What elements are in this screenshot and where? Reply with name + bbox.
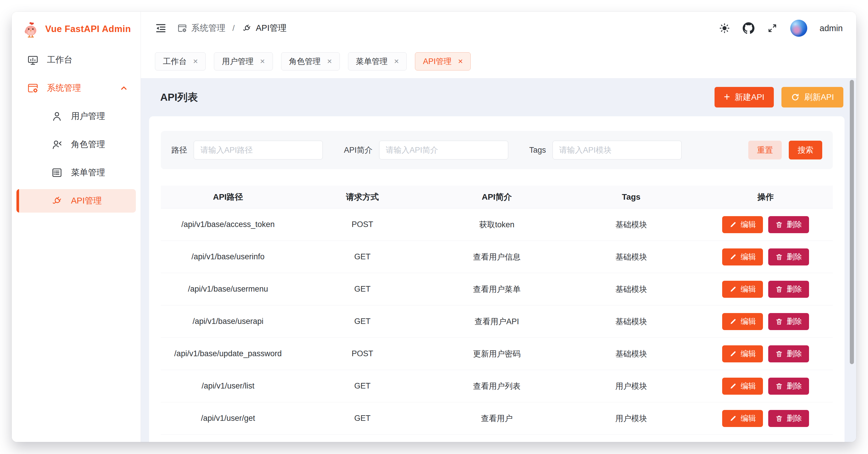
path-input[interactable] xyxy=(194,141,323,160)
close-icon[interactable]: × xyxy=(458,57,463,65)
sidebar-item-workbench[interactable]: 工作台 xyxy=(17,48,136,72)
sidebar-item-system[interactable]: 系统管理 xyxy=(17,76,136,100)
page-tab[interactable]: 菜单管理 × xyxy=(348,52,407,70)
pencil-icon xyxy=(729,285,737,293)
table-row: /api/v1/base/usermenu GET 查看用户菜单 基础模块 xyxy=(161,273,833,305)
edit-label: 编辑 xyxy=(741,381,756,391)
trash-icon xyxy=(775,415,783,422)
cell-summary: 获取token xyxy=(430,208,564,240)
user-icon xyxy=(51,110,63,122)
role-user-icon xyxy=(51,139,63,150)
cell-tags: 基础模块 xyxy=(564,305,699,337)
reset-button[interactable]: 重置 xyxy=(748,141,782,160)
edit-button[interactable]: 编辑 xyxy=(722,313,763,330)
breadcrumb-api[interactable]: API管理 xyxy=(242,22,287,34)
cell-actions: 编辑 删除 xyxy=(699,370,833,402)
page-tab-label: 菜单管理 xyxy=(356,56,388,67)
summary-input[interactable] xyxy=(379,141,508,160)
delete-button[interactable]: 删除 xyxy=(768,249,809,265)
menu-list-icon xyxy=(51,167,63,178)
trash-icon xyxy=(775,350,783,358)
sidebar-item-users[interactable]: 用户管理 xyxy=(17,105,136,128)
cell-api-path: /api/v1/base/userapi xyxy=(161,305,295,337)
edit-button[interactable]: 编辑 xyxy=(722,378,763,395)
cell-api-path: /api/v1/base/usermenu xyxy=(161,273,295,305)
pencil-icon xyxy=(729,415,737,422)
delete-button[interactable]: 删除 xyxy=(768,281,809,298)
collapse-sidebar-button[interactable] xyxy=(154,22,167,35)
column-header: 操作 xyxy=(699,186,833,208)
page-tab[interactable]: API管理 × xyxy=(415,52,471,70)
sidebar-item-label: 用户管理 xyxy=(71,110,105,122)
delete-button[interactable]: 删除 xyxy=(768,345,809,362)
cell-summary: 查看用户 xyxy=(430,402,564,434)
api-table: API路径 请求方式 API简介 Tags 操作 /api/v1/base/ac… xyxy=(161,186,833,442)
search-button[interactable]: 搜索 xyxy=(789,141,822,160)
tags-filter-label: Tags xyxy=(529,146,546,155)
edit-button[interactable]: 编辑 xyxy=(722,249,763,265)
cell-tags: 基础模块 xyxy=(564,208,699,240)
refresh-icon xyxy=(791,93,800,102)
cell-method: GET xyxy=(295,370,430,402)
sun-icon xyxy=(719,22,731,34)
close-icon[interactable]: × xyxy=(193,57,198,65)
edit-button[interactable]: 编辑 xyxy=(722,345,763,362)
logo[interactable]: Vue FastAPI Admin xyxy=(12,12,141,38)
username[interactable]: admin xyxy=(819,24,843,33)
column-header: API路径 xyxy=(161,186,295,208)
cell-method: GET xyxy=(295,402,430,434)
close-icon[interactable]: × xyxy=(327,57,332,65)
cell-summary: 查看用户列表 xyxy=(430,370,564,402)
sidebar-item-api[interactable]: API管理 xyxy=(17,189,136,212)
cell-api-path: /api/v1/base/update_password xyxy=(161,338,295,370)
page-tab-label: 用户管理 xyxy=(222,56,253,67)
cell-actions: 编辑 删除 xyxy=(699,208,833,240)
sidebar-item-menus[interactable]: 菜单管理 xyxy=(17,161,136,185)
fullscreen-button[interactable] xyxy=(767,23,778,34)
fullscreen-icon xyxy=(767,23,778,34)
scrollbar-thumb[interactable] xyxy=(850,80,854,364)
delete-button[interactable]: 删除 xyxy=(768,378,809,395)
path-filter-label: 路径 xyxy=(172,145,187,155)
edit-button[interactable]: 编辑 xyxy=(722,281,763,298)
cell-api-path: /api/v1/user/get xyxy=(161,402,295,434)
cell-method: POST xyxy=(295,338,430,370)
refresh-api-button[interactable]: 刷新API xyxy=(781,87,843,108)
close-icon[interactable]: × xyxy=(394,57,399,65)
edit-button[interactable]: 编辑 xyxy=(722,216,763,233)
trash-icon xyxy=(775,318,783,325)
delete-button[interactable]: 删除 xyxy=(768,313,809,330)
delete-button[interactable]: 删除 xyxy=(768,216,809,233)
delete-button[interactable]: 删除 xyxy=(768,410,809,427)
edit-label: 编辑 xyxy=(741,348,756,359)
avatar[interactable] xyxy=(790,20,807,37)
page-tab[interactable]: 用户管理 × xyxy=(214,52,273,70)
page-tab-label: 工作台 xyxy=(163,56,187,67)
page-tab[interactable]: 工作台 × xyxy=(155,52,206,70)
close-icon[interactable]: × xyxy=(260,57,265,65)
cell-api-path: /api/v1/base/access_token xyxy=(161,208,295,240)
filter-bar: 路径 API简介 Tags 重置 搜索 xyxy=(161,131,833,169)
tags-input[interactable] xyxy=(553,141,682,160)
chick-logo-icon xyxy=(22,20,40,38)
sidebar-item-roles[interactable]: 角色管理 xyxy=(17,133,136,156)
edit-button[interactable]: 编辑 xyxy=(722,410,763,427)
screen: Vue FastAPI Admin 工作台 xyxy=(0,0,868,454)
page-tab[interactable]: 角色管理 × xyxy=(281,52,340,70)
table-row-clipped xyxy=(161,435,833,442)
breadcrumb-system[interactable]: 系统管理 xyxy=(177,22,225,34)
sidebar-item-label: 菜单管理 xyxy=(71,167,105,178)
create-api-button[interactable]: + 新建API xyxy=(715,87,774,108)
github-button[interactable] xyxy=(743,22,754,34)
topbar-right: admin xyxy=(719,20,843,37)
theme-toggle-button[interactable] xyxy=(719,22,731,34)
sidebar-item-label: 角色管理 xyxy=(71,139,105,150)
logo-title: Vue FastAPI Admin xyxy=(45,24,131,34)
scrollbar[interactable] xyxy=(850,78,854,442)
cell-actions: 编辑 删除 xyxy=(699,338,833,370)
cell-api-path: /api/v1/base/userinfo xyxy=(161,241,295,273)
cell-tags: 基础模块 xyxy=(564,338,699,370)
cell-tags: 用户模块 xyxy=(564,402,699,434)
cell-method: GET xyxy=(295,273,430,305)
page-tab-label: 角色管理 xyxy=(289,56,321,67)
